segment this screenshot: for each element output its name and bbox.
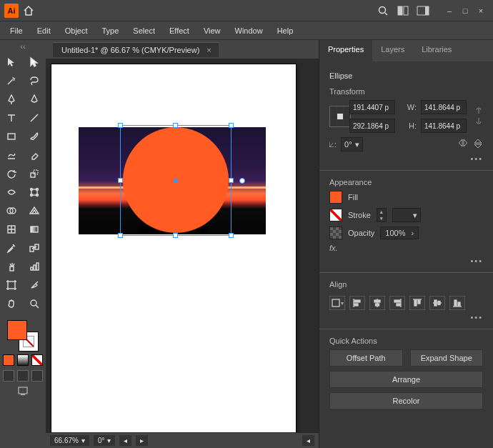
stroke-color-swatch[interactable] bbox=[329, 209, 342, 221]
flip-vertical-icon[interactable] bbox=[473, 138, 483, 151]
gradient-tool[interactable] bbox=[25, 221, 44, 237]
live-shape-widget[interactable] bbox=[239, 178, 245, 184]
align-top-icon[interactable] bbox=[409, 296, 425, 310]
menu-file[interactable]: File bbox=[3, 24, 30, 37]
line-tool[interactable] bbox=[25, 110, 44, 126]
resize-handle[interactable] bbox=[229, 178, 234, 183]
fill-color-swatch[interactable] bbox=[329, 191, 342, 204]
tab-layers[interactable]: Layers bbox=[372, 40, 413, 61]
resize-handle[interactable] bbox=[173, 233, 178, 238]
direct-selection-tool[interactable] bbox=[25, 54, 44, 70]
zoom-level-field[interactable]: 66.67%▾ bbox=[50, 435, 89, 446]
menu-select[interactable]: Select bbox=[126, 24, 162, 37]
mesh-tool[interactable] bbox=[2, 221, 21, 237]
menu-help[interactable]: Help bbox=[270, 24, 301, 37]
recolor-button[interactable]: Recolor bbox=[329, 392, 483, 409]
draw-mode-normal[interactable] bbox=[3, 370, 14, 382]
fx-button[interactable]: fx. bbox=[329, 244, 483, 252]
y-field[interactable] bbox=[349, 119, 395, 133]
transform-more-icon[interactable]: ••• bbox=[329, 154, 483, 163]
draw-mode-inside[interactable] bbox=[31, 370, 43, 382]
w-field[interactable] bbox=[421, 100, 467, 114]
scroll-left-icon[interactable]: ◂ bbox=[302, 435, 314, 446]
width-tool[interactable] bbox=[2, 184, 21, 200]
symbol-sprayer-tool[interactable] bbox=[2, 259, 21, 274]
selection-bounding-box[interactable] bbox=[120, 125, 231, 236]
menu-effect[interactable]: Effect bbox=[162, 24, 196, 37]
minimize-button[interactable]: – bbox=[442, 4, 457, 17]
paintbrush-tool[interactable] bbox=[25, 129, 44, 144]
stroke-weight-stepper[interactable]: ▴▾ bbox=[377, 208, 387, 222]
close-button[interactable]: × bbox=[473, 4, 489, 17]
curvature-tool[interactable] bbox=[25, 91, 44, 107]
link-wh-icon[interactable] bbox=[472, 106, 485, 127]
reference-point-selector[interactable] bbox=[329, 106, 351, 127]
type-tool[interactable] bbox=[2, 110, 21, 126]
fill-swatch[interactable] bbox=[7, 320, 27, 340]
column-graph-tool[interactable] bbox=[25, 259, 44, 274]
artboard-prev-icon[interactable]: ◂ bbox=[119, 435, 131, 446]
blend-tool[interactable] bbox=[25, 240, 44, 256]
shaper-tool[interactable] bbox=[2, 147, 21, 163]
menu-object[interactable]: Object bbox=[58, 24, 95, 37]
color-mode-gradient[interactable] bbox=[17, 354, 29, 366]
color-mode-none[interactable] bbox=[31, 354, 43, 366]
artboard-next-icon[interactable]: ▸ bbox=[136, 435, 148, 446]
resize-handle[interactable] bbox=[118, 178, 123, 183]
shape-builder-tool[interactable] bbox=[2, 203, 21, 219]
align-hcenter-icon[interactable] bbox=[369, 296, 385, 310]
pen-tool[interactable] bbox=[2, 91, 21, 107]
x-field[interactable] bbox=[349, 100, 395, 114]
screen-mode-icon[interactable] bbox=[1, 387, 44, 394]
selection-tool[interactable] bbox=[2, 54, 21, 70]
artboard-tool[interactable] bbox=[2, 277, 21, 293]
resize-handle[interactable] bbox=[118, 233, 123, 238]
rotate-view-field[interactable]: 0°▾ bbox=[94, 435, 116, 446]
align-left-icon[interactable] bbox=[349, 296, 365, 310]
align-to-selector[interactable]: ▾ bbox=[329, 296, 345, 310]
color-mode-solid[interactable] bbox=[3, 354, 14, 366]
menu-type[interactable]: Type bbox=[95, 24, 126, 37]
rotate-tool[interactable] bbox=[2, 166, 21, 181]
stroke-weight-field[interactable]: ▾ bbox=[392, 208, 421, 222]
rectangle-tool[interactable] bbox=[2, 129, 21, 144]
align-more-icon[interactable]: ••• bbox=[329, 313, 483, 322]
tools-collapse-icon[interactable]: ‹‹ bbox=[1, 43, 44, 50]
canvas[interactable] bbox=[46, 59, 319, 432]
h-field[interactable] bbox=[421, 119, 467, 133]
lasso-tool[interactable] bbox=[25, 73, 44, 89]
slice-tool[interactable] bbox=[25, 277, 44, 293]
document-tab-close-icon[interactable]: × bbox=[206, 46, 211, 54]
workspace-icon[interactable] bbox=[414, 2, 432, 19]
eyedropper-tool[interactable] bbox=[2, 240, 21, 256]
resize-handle[interactable] bbox=[118, 123, 123, 128]
resize-handle[interactable] bbox=[229, 123, 234, 128]
free-transform-tool[interactable] bbox=[25, 184, 44, 200]
flip-horizontal-icon[interactable] bbox=[457, 138, 469, 151]
magic-wand-tool[interactable] bbox=[2, 73, 21, 89]
appearance-more-icon[interactable]: ••• bbox=[329, 257, 483, 265]
hand-tool[interactable] bbox=[2, 296, 21, 312]
menu-edit[interactable]: Edit bbox=[30, 24, 58, 37]
tab-libraries[interactable]: Libraries bbox=[413, 40, 460, 61]
maximize-button[interactable]: □ bbox=[457, 4, 473, 17]
document-tab[interactable]: Untitled-1* @ 66.67 % (CMYK/Preview) × bbox=[53, 42, 219, 57]
menu-view[interactable]: View bbox=[196, 24, 228, 37]
eraser-tool[interactable] bbox=[25, 147, 44, 163]
scale-tool[interactable] bbox=[25, 166, 44, 181]
menu-window[interactable]: Window bbox=[228, 24, 270, 37]
arrange-documents-icon[interactable] bbox=[394, 2, 412, 19]
align-bottom-icon[interactable] bbox=[449, 296, 465, 310]
perspective-tool[interactable] bbox=[25, 203, 44, 219]
angle-field[interactable]: 0°▾ bbox=[341, 137, 363, 151]
expand-shape-button[interactable]: Expand Shape bbox=[410, 349, 484, 367]
resize-handle[interactable] bbox=[229, 233, 234, 238]
zoom-tool[interactable] bbox=[25, 296, 44, 312]
opacity-field[interactable]: 100%› bbox=[380, 227, 419, 239]
fill-stroke-selector[interactable] bbox=[7, 320, 39, 352]
draw-mode-behind[interactable] bbox=[17, 370, 29, 382]
offset-path-button[interactable]: Offset Path bbox=[329, 349, 403, 367]
align-vcenter-icon[interactable] bbox=[429, 296, 445, 310]
align-right-icon[interactable] bbox=[389, 296, 405, 310]
home-icon[interactable] bbox=[20, 2, 37, 19]
